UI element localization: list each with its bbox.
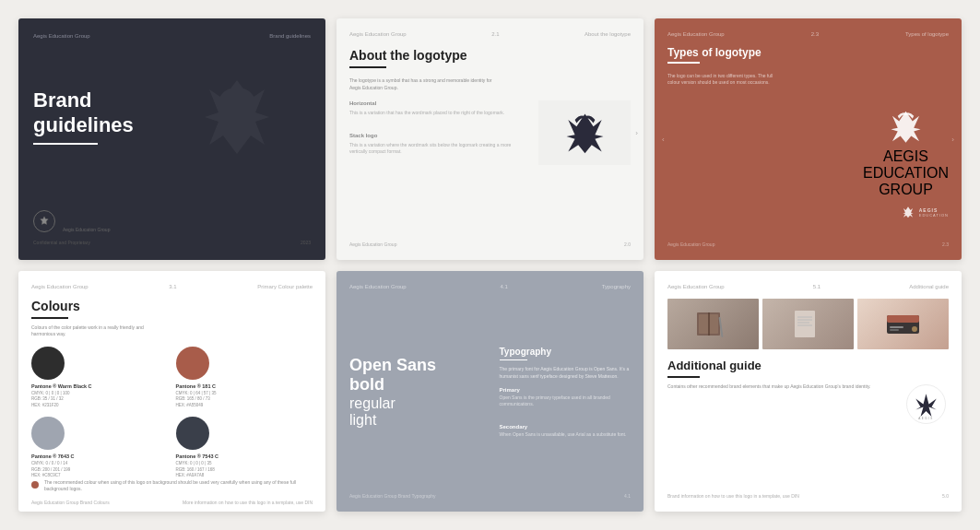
card3-footer-left: Aegis Education Group: [667, 241, 714, 247]
svg-text:AEGIS: AEGIS: [918, 417, 934, 420]
card6-top-right: Additional guide: [909, 284, 949, 289]
colour-item-3: Pantone ® 7643 C CMYK: 0 / 0 / 0 / 14RGB…: [31, 417, 169, 479]
card1-content: Brand guidelines: [33, 39, 311, 195]
card1-bottom-text: Aegis Education Group: [63, 227, 110, 232]
card6-card-svg: [882, 308, 924, 340]
colour-item-2: Pantone ® 181 C CMYK: 0 | 64 | 57 | 35RG…: [176, 347, 313, 409]
card-additional-guide: Aegis Education Group 5.1 Additional gui…: [655, 271, 962, 512]
card3-top-left: Aegis Education Group: [667, 31, 725, 37]
card4-top-left: Aegis Education Group: [31, 284, 89, 289]
card4-indicator-text: The recommended colour when using of thi…: [44, 479, 313, 492]
card2-footer: Aegis Education Group 2.0: [349, 241, 631, 247]
card6-top-bar: Aegis Education Group 5.1 Additional gui…: [667, 284, 949, 289]
card5-sub-desc-1: Open Sans is the primary typeface used i…: [500, 395, 632, 407]
card6-photo-1: [667, 299, 759, 349]
card4-footer: Aegis Education Group Brand Colours More…: [31, 500, 313, 505]
card5-footer-right: 4.1: [624, 493, 631, 499]
card2-footer-left: Aegis Education Group: [349, 241, 396, 247]
colour-values-2: CMYK: 0 | 64 | 57 | 35RGB: 165 / 80 / 73…: [176, 391, 217, 409]
aegis-main-logo: [560, 110, 610, 156]
aegis-small-icon: [39, 216, 50, 227]
card3-company-sub: EDUCATION: [863, 165, 949, 182]
colour-circle-4: [176, 417, 209, 450]
card5-sub-desc-2: When Open Sans is unavailable, use Arial…: [500, 431, 632, 438]
card3-top-right: Types of logotype: [905, 31, 949, 37]
card6-title: Additional guide: [667, 359, 949, 383]
card5-footer-left: Aegis Education Group Brand Typography: [349, 493, 436, 499]
card6-footer: Brand information on how to use this log…: [667, 486, 949, 499]
card6-image-row: [667, 299, 949, 349]
card3-top-center: 2.3: [811, 31, 819, 37]
brand-title: Brand guidelines: [33, 88, 311, 145]
card4-indicator: The recommended colour when using of thi…: [31, 479, 313, 492]
card3-title: Types of logotype: [667, 46, 949, 69]
card1-logo-circle: [33, 210, 55, 232]
card3-footer: Aegis Education Group 2.3: [667, 234, 949, 247]
card-colours: Aegis Education Group 3.1 Primary Colour…: [18, 271, 325, 512]
card3-desc: The logo can be used in two different ty…: [667, 73, 778, 86]
card5-top-bar: Aegis Education Group 4.1 Typography: [349, 284, 631, 289]
card4-top-right: Primary Colour palette: [257, 284, 313, 289]
card-brand-guidelines: Aegis Education Group Brand guidelines B…: [18, 18, 325, 260]
card3-nav-left[interactable]: ‹: [662, 135, 665, 143]
card6-footer-right: 5.0: [942, 493, 949, 499]
card3-logo-big: AEGIS EDUCATION GROUP: [863, 108, 949, 198]
card5-sub-label-1: Primary: [500, 387, 632, 393]
card2-top-center: 2.1: [491, 31, 499, 37]
card2-top-bar: Aegis Education Group 2.1 About the logo…: [349, 31, 631, 37]
card6-paper-svg: [787, 308, 829, 340]
card5-font-light: light: [349, 412, 481, 429]
card5-typography-section: Typography The primary font for Aegis Ed…: [500, 347, 632, 439]
card4-top-center: 3.1: [169, 284, 176, 289]
card4-colours-grid: Pantone ® Warm Black C CMYK: 0 | 0 | 0 |…: [31, 347, 313, 480]
colour-values-1: CMYK: 0 | 0 | 0 | 100RGB: 35 / 31 / 32HE…: [31, 391, 70, 409]
card2-top-right: About the logotype: [584, 31, 631, 37]
card3-nav-right[interactable]: ›: [951, 135, 954, 143]
colour-circle-1: [31, 347, 65, 380]
card4-footer-right: More information on how to use this logo…: [183, 500, 313, 505]
card3-bottom-logos: AEGIS EDUCATION: [901, 206, 949, 218]
card3-small-logo-1: AEGIS EDUCATION: [901, 206, 949, 218]
card2-nav-arrow[interactable]: ›: [635, 129, 638, 137]
card6-circular-logo: AEGIS: [905, 383, 947, 425]
card3-company-group: GROUP: [863, 182, 949, 198]
card3-company-name: AEGIS: [863, 148, 949, 165]
card-types-logotype: Aegis Education Group 2.3 Types of logot…: [655, 18, 962, 260]
card3-logo-area: AEGIS EDUCATION GROUP AEGIS EDUCATION: [667, 93, 949, 234]
card5-font-regular: regular: [349, 395, 481, 412]
colour-label-1: Pantone ® Warm Black C: [31, 383, 92, 389]
card6-book-svg: [692, 308, 734, 340]
svg-point-13: [912, 326, 917, 332]
card6-guide-content: Contains other recommended brand element…: [667, 383, 949, 425]
card3-aegis-icon: [885, 108, 927, 145]
card3-top-bar: Aegis Education Group 2.3 Types of logot…: [667, 31, 949, 37]
colour-label-3: Pantone ® 7643 C: [31, 453, 75, 459]
colour-circle-3: [31, 417, 65, 450]
card-typography: Aegis Education Group 4.1 Typography Ope…: [337, 271, 643, 512]
card6-top-center: 5.1: [813, 284, 821, 289]
card1-footer-left: Confidential and Proprietary: [33, 240, 90, 245]
card1-footer: Confidential and Proprietary 2023: [33, 240, 311, 245]
card2-title: About the logotype: [349, 48, 631, 74]
card6-photo-3: [857, 299, 949, 349]
card5-font-display: Open Sans bold regular light: [349, 356, 481, 429]
card-logotype: Aegis Education Group 2.1 About the logo…: [337, 18, 643, 260]
card5-top-right: Typography: [602, 284, 631, 289]
card2-logo-display: Horizontal This is a variation that has …: [349, 100, 631, 234]
svg-rect-12: [890, 329, 899, 331]
colour-label-4: Pantone ® 7543 C: [176, 453, 219, 459]
card2-sub-label-1: Horizontal: [349, 100, 524, 106]
svg-rect-10: [887, 315, 919, 323]
card6-desc: Contains other recommended brand element…: [667, 383, 891, 425]
card4-title: Colours: [31, 299, 313, 324]
card2-left-section: Horizontal This is a variation that has …: [349, 100, 524, 155]
card5-top-left: Aegis Education Group: [349, 284, 407, 289]
svg-rect-4: [795, 311, 815, 337]
card2-footer-right: 2.0: [624, 241, 631, 247]
card2-logo-showcase: ›: [538, 100, 631, 165]
card5-content: Open Sans bold regular light Typography …: [349, 299, 631, 487]
colour-values-3: CMYK: 0 / 0 / 0 / 14RGB: 200 / 201 / 199…: [31, 461, 70, 479]
card5-desc: The primary font for Aegis Education Gro…: [500, 366, 632, 380]
colour-circle-2: [176, 347, 209, 380]
card4-top-bar: Aegis Education Group 3.1 Primary Colour…: [31, 284, 313, 289]
